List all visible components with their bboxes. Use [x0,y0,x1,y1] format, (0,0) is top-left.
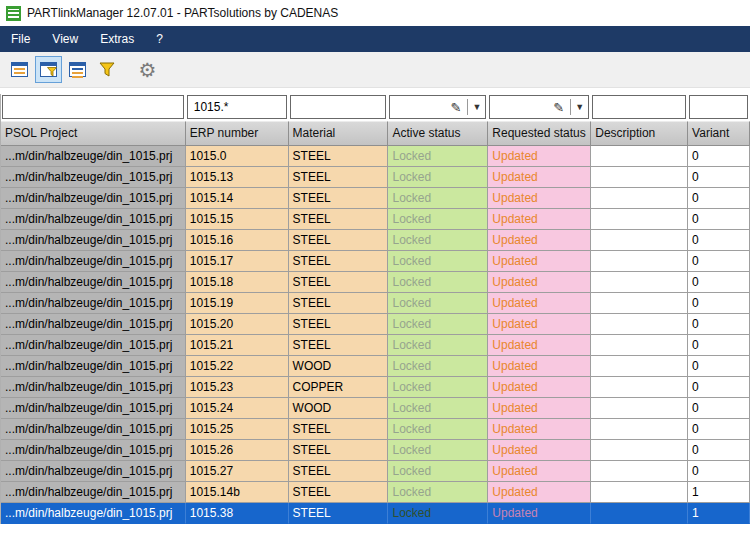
cell-material[interactable]: STEEL [289,503,389,524]
filter-requested-status[interactable]: ✎ ▼ [489,95,589,119]
pencil-icon[interactable]: ✎ [445,100,468,115]
table-row[interactable]: ...m/din/halbzeuge/din_1015.prj1015.0STE… [1,146,750,167]
table-row[interactable]: ...m/din/halbzeuge/din_1015.prj1015.22WO… [1,356,750,377]
table-row[interactable]: ...m/din/halbzeuge/din_1015.prj1015.19ST… [1,293,750,314]
table-row[interactable]: ...m/din/halbzeuge/din_1015.prj1015.26ST… [1,440,750,461]
cell-project[interactable]: ...m/din/halbzeuge/din_1015.prj [1,251,186,272]
dropdown-arrow-icon[interactable]: ▼ [468,102,485,112]
cell-description[interactable] [591,482,688,503]
cell-erp[interactable]: 1015.21 [186,335,289,356]
cell-active[interactable]: Locked [388,293,488,314]
cell-active[interactable]: Locked [388,188,488,209]
filter-variant[interactable] [689,95,748,119]
filter-description[interactable] [592,95,686,119]
cell-requested[interactable]: Updated [488,440,591,461]
cell-material[interactable]: STEEL [289,440,389,461]
cell-requested[interactable]: Updated [488,482,591,503]
filter-icon[interactable] [93,56,120,83]
table-row[interactable]: ...m/din/halbzeuge/din_1015.prj1015.24WO… [1,398,750,419]
link-window-icon[interactable] [6,56,33,83]
gear-icon[interactable]: ⚙ [134,56,161,83]
cell-variant[interactable]: 1 [688,482,750,503]
cell-erp[interactable]: 1015.19 [186,293,289,314]
cell-project[interactable]: ...m/din/halbzeuge/din_1015.prj [1,356,186,377]
cell-project[interactable]: ...m/din/halbzeuge/din_1015.prj [1,461,186,482]
cell-variant[interactable]: 0 [688,314,750,335]
cell-requested[interactable]: Updated [488,188,591,209]
column-header-psol-project[interactable]: PSOL Project [1,121,186,146]
filter-window-icon[interactable] [35,56,62,83]
cell-material[interactable]: STEEL [289,335,389,356]
cell-requested[interactable]: Updated [488,398,591,419]
cell-material[interactable]: STEEL [289,209,389,230]
cell-description[interactable] [591,293,688,314]
cell-erp[interactable]: 1015.26 [186,440,289,461]
pencil-icon[interactable]: ✎ [547,100,570,115]
table-row[interactable]: ...m/din/halbzeuge/din_1015.prj1015.21ST… [1,335,750,356]
cell-variant[interactable]: 0 [688,188,750,209]
cell-active[interactable]: Locked [388,272,488,293]
cell-variant[interactable]: 0 [688,419,750,440]
cell-material[interactable]: STEEL [289,293,389,314]
cell-active[interactable]: Locked [388,167,488,188]
cell-requested[interactable]: Updated [488,335,591,356]
cell-active[interactable]: Locked [388,482,488,503]
cell-material[interactable]: STEEL [289,461,389,482]
cell-material[interactable]: STEEL [289,230,389,251]
cell-erp[interactable]: 1015.20 [186,314,289,335]
cell-active[interactable]: Locked [388,440,488,461]
cell-requested[interactable]: Updated [488,251,591,272]
cell-requested[interactable]: Updated [488,293,591,314]
column-header-erp-number[interactable]: ERP number [186,121,289,146]
cell-project[interactable]: ...m/din/halbzeuge/din_1015.prj [1,146,186,167]
cell-material[interactable]: WOOD [289,398,389,419]
table-row[interactable]: ...m/din/halbzeuge/din_1015.prj1015.14bS… [1,482,750,503]
dropdown-arrow-icon[interactable]: ▼ [571,102,588,112]
filter-psol-project[interactable] [2,95,184,119]
cell-variant[interactable]: 0 [688,251,750,272]
cell-variant[interactable]: 0 [688,209,750,230]
cell-description[interactable] [591,440,688,461]
menu-file[interactable]: File [0,26,41,52]
cell-variant[interactable]: 0 [688,230,750,251]
table-row[interactable]: ...m/din/halbzeuge/din_1015.prj1015.16ST… [1,230,750,251]
cell-active[interactable]: Locked [388,314,488,335]
cell-material[interactable]: STEEL [289,482,389,503]
cell-variant[interactable]: 0 [688,398,750,419]
cell-variant[interactable]: 0 [688,272,750,293]
cell-requested[interactable]: Updated [488,209,591,230]
table-row[interactable]: ...m/din/halbzeuge/din_1015.prj1015.13ST… [1,167,750,188]
column-header-description[interactable]: Description [591,121,688,146]
cell-project[interactable]: ...m/din/halbzeuge/din_1015.prj [1,503,186,524]
cell-requested[interactable]: Updated [488,419,591,440]
cell-variant[interactable]: 0 [688,293,750,314]
cell-project[interactable]: ...m/din/halbzeuge/din_1015.prj [1,440,186,461]
cell-active[interactable]: Locked [388,398,488,419]
cell-project[interactable]: ...m/din/halbzeuge/din_1015.prj [1,272,186,293]
cell-description[interactable] [591,188,688,209]
cell-description[interactable] [591,335,688,356]
cell-variant[interactable]: 0 [688,356,750,377]
cell-project[interactable]: ...m/din/halbzeuge/din_1015.prj [1,293,186,314]
cell-requested[interactable]: Updated [488,461,591,482]
cell-erp[interactable]: 1015.22 [186,356,289,377]
cell-project[interactable]: ...m/din/halbzeuge/din_1015.prj [1,335,186,356]
cell-requested[interactable]: Updated [488,314,591,335]
cell-project[interactable]: ...m/din/halbzeuge/din_1015.prj [1,377,186,398]
cell-material[interactable]: STEEL [289,251,389,272]
cell-erp[interactable]: 1015.14 [186,188,289,209]
cell-material[interactable]: STEEL [289,314,389,335]
cell-material[interactable]: WOOD [289,356,389,377]
cell-erp[interactable]: 1015.25 [186,419,289,440]
cell-requested[interactable]: Updated [488,167,591,188]
cell-requested[interactable]: Updated [488,503,591,524]
cell-project[interactable]: ...m/din/halbzeuge/din_1015.prj [1,209,186,230]
cell-description[interactable] [591,314,688,335]
cell-material[interactable]: STEEL [289,167,389,188]
cell-variant[interactable]: 0 [688,377,750,398]
cell-active[interactable]: Locked [388,419,488,440]
cell-requested[interactable]: Updated [488,272,591,293]
filter-active-status[interactable]: ✎ ▼ [389,95,486,119]
column-header-requested-status[interactable]: Requested status [488,121,591,146]
cell-erp[interactable]: 1015.27 [186,461,289,482]
